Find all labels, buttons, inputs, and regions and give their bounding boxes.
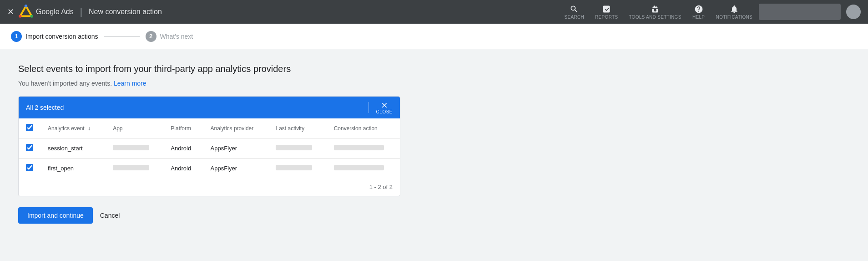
cancel-button[interactable]: Cancel [100,212,120,219]
step-1-label: Import conversion actions [25,33,98,40]
row2-event: first_open [40,159,106,179]
row1-conversion [327,138,400,159]
row1-platform: Android [163,138,203,159]
action-row: Import and continue Cancel [18,207,850,224]
row1-provider: AppsFlyer [203,138,269,159]
tools-nav-label: TOOLS AND SETTINGS [629,15,681,20]
row2-checkbox[interactable] [26,164,33,171]
step-2-number: 2 [146,31,156,42]
events-table: Analytics event ↓ App Platform Analytics… [19,118,400,178]
selection-divider [368,102,369,113]
import-continue-button[interactable]: Import and continue [18,207,93,224]
row2-provider: AppsFlyer [203,159,269,179]
close-button[interactable]: ✕ [7,7,14,17]
reports-nav-label: REPORTS [595,15,618,20]
avatar [846,5,861,19]
help-nav-button[interactable]: HELP [688,3,710,21]
nav-divider: | [80,7,82,17]
svg-point-2 [30,15,33,17]
step-2: 2 What's next [146,31,193,42]
breadcrumb-bar: 1 Import conversion actions 2 What's nex… [0,24,868,49]
main-title: Select events to import from your third-… [18,64,850,74]
row1-app [106,138,163,159]
step-1-number: 1 [11,31,22,42]
row1-checkbox[interactable] [26,144,33,151]
sort-icon[interactable]: ↓ [88,125,91,132]
search-input[interactable] [763,8,836,15]
table-row: first_open Android AppsFlyer [19,159,400,179]
row1-checkbox-cell [19,138,40,159]
notifications-nav-button[interactable]: NOTIFICATIONS [712,3,757,21]
pagination: 1 - 2 of 2 [19,178,400,196]
row2-checkbox-cell [19,159,40,179]
header-platform: Platform [163,118,203,138]
row1-activity [268,138,326,159]
learn-more-link[interactable]: Learn more [114,80,146,87]
table-row: session_start Android AppsFlyer [19,138,400,159]
notifications-nav-label: NOTIFICATIONS [716,15,752,20]
search-bar[interactable] [759,4,841,20]
header-activity: Last activity [268,118,326,138]
step-connector [104,36,140,36]
search-nav-button[interactable]: SEARCH [560,3,589,21]
select-all-checkbox[interactable] [26,124,33,131]
selection-count: All 2 selected [26,104,361,111]
close-btn-label: CLOSE [376,109,393,114]
main-content: Select events to import from your third-… [0,49,868,238]
row2-platform: Android [163,159,203,179]
subtitle-text: You haven't imported any events. [18,80,112,87]
app-name: Google Ads [36,8,74,16]
help-nav-label: HELP [692,15,705,20]
top-nav: ✕ Google Ads | New conversion action SEA… [0,0,868,24]
row2-activity [268,159,326,179]
header-provider: Analytics provider [203,118,269,138]
clear-selection-button[interactable]: CLOSE [376,101,393,114]
reports-nav-button[interactable]: REPORTS [590,3,622,21]
search-nav-label: SEARCH [565,15,584,20]
table-container: All 2 selected CLOSE Analytics event ↓ [18,96,400,196]
selection-bar: All 2 selected CLOSE [19,97,400,118]
header-app: App [106,118,163,138]
header-conversion: Conversion action [327,118,400,138]
step-1: 1 Import conversion actions [11,31,98,42]
row2-conversion [327,159,400,179]
svg-marker-0 [20,6,32,16]
row2-app [106,159,163,179]
header-checkbox-col [19,118,40,138]
google-ads-logo: Google Ads [19,5,74,19]
page-title: New conversion action [89,8,162,16]
main-subtitle: You haven't imported any events. Learn m… [18,80,850,87]
header-analytics-event: Analytics event ↓ [40,118,106,138]
svg-point-3 [19,15,21,17]
step-2-label: What's next [160,33,193,40]
svg-point-1 [25,5,27,7]
row1-event: session_start [40,138,106,159]
google-ads-logo-icon [19,5,33,19]
tools-nav-button[interactable]: TOOLS AND SETTINGS [624,3,686,21]
